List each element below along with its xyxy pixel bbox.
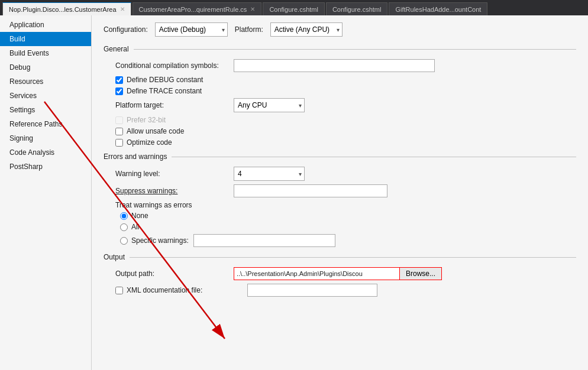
allow-unsafe-row: Allow unsafe code xyxy=(104,127,576,135)
prefer-32bit-row: Prefer 32-bit xyxy=(104,116,576,124)
platform-select[interactable]: Active (Any CPU) Any CPU x86 x64 xyxy=(270,22,343,37)
warning-level-row: Warning level: 0 1 2 3 4 xyxy=(104,167,576,181)
tab-configure-2[interactable]: Configure.cshtml xyxy=(326,2,388,15)
define-trace-checkbox[interactable] xyxy=(115,87,123,95)
treat-errors-label: Treat warnings as errors xyxy=(115,201,234,209)
output-path-row: Output path: Browse... xyxy=(104,267,576,280)
specific-warnings-label: Specific warnings: xyxy=(131,236,189,245)
sidebar-item-code-analysis[interactable]: Code Analysis xyxy=(0,145,91,160)
xml-doc-label: XML documentation file: xyxy=(127,286,245,294)
browse-button[interactable]: Browse... xyxy=(399,267,442,280)
specific-warnings-input[interactable] xyxy=(193,234,335,247)
tab-customer-area[interactable]: Nop.Plugin.Disco...les.CustomerArea ✕ xyxy=(2,2,131,15)
platform-target-row: Platform target: Any CPU x86 x64 Itanium xyxy=(104,98,576,112)
suppress-warnings-input[interactable] xyxy=(234,184,387,197)
warning-level-select-wrapper: 0 1 2 3 4 xyxy=(234,167,305,181)
general-section-line xyxy=(134,49,576,50)
output-section-label: Output xyxy=(104,253,125,261)
define-trace-row: Define TRACE constant xyxy=(104,87,576,95)
sidebar-item-build-events[interactable]: Build Events xyxy=(0,46,91,60)
output-section-line xyxy=(130,257,576,258)
sidebar-item-signing[interactable]: Signing xyxy=(0,131,91,145)
tab-label: GiftRulesHadAdde...ountCont xyxy=(395,6,481,13)
content-area: Configuration: Active (Debug) Debug Rele… xyxy=(92,15,588,370)
sidebar-item-resources[interactable]: Resources xyxy=(0,74,91,89)
prefer-32bit-label: Prefer 32-bit xyxy=(127,116,166,124)
xml-doc-checkbox[interactable] xyxy=(115,287,123,294)
warning-level-label: Warning level: xyxy=(115,170,234,178)
allow-unsafe-checkbox[interactable] xyxy=(115,128,123,135)
optimize-label: Optimize code xyxy=(127,138,172,147)
errors-section-line xyxy=(172,157,576,157)
configuration-select-wrapper: Active (Debug) Debug Release All Configu… xyxy=(155,22,228,37)
none-radio-row: None xyxy=(104,212,576,220)
tab-label: CustomerAreaPro...quirementRule.cs xyxy=(139,6,247,13)
tab-bar: Nop.Plugin.Disco...les.CustomerArea ✕ Cu… xyxy=(0,0,588,15)
sidebar-item-debug[interactable]: Debug xyxy=(0,60,91,74)
tab-gift-rules[interactable]: GiftRulesHadAdde...ountCont xyxy=(389,2,487,15)
tab-close-icon[interactable]: ✕ xyxy=(120,6,125,12)
general-section-header: General xyxy=(104,45,576,53)
sidebar-item-application[interactable]: Application xyxy=(0,18,91,32)
tab-label: Configure.cshtml xyxy=(332,6,382,13)
platform-label: Platform: xyxy=(235,25,263,34)
platform-target-label: Platform target: xyxy=(115,101,234,109)
cond-symbols-input[interactable] xyxy=(234,59,435,72)
suppress-warnings-row: Suppress warnings: xyxy=(104,184,576,197)
tab-close-icon[interactable]: ✕ xyxy=(250,6,255,12)
config-bar: Configuration: Active (Debug) Debug Rele… xyxy=(104,22,576,37)
output-path-label: Output path: xyxy=(115,270,234,278)
specific-radio[interactable] xyxy=(120,237,128,245)
tab-label: Configure.cshtml xyxy=(269,6,318,13)
all-label: All xyxy=(131,223,139,231)
xml-doc-input[interactable] xyxy=(247,284,377,297)
output-path-input[interactable] xyxy=(234,267,399,280)
treat-errors-row: Treat warnings as errors xyxy=(104,201,576,209)
sidebar-item-services[interactable]: Services xyxy=(0,89,91,103)
xml-doc-row: XML documentation file: xyxy=(104,284,576,297)
sidebar: Application Build Build Events Debug Res… xyxy=(0,15,92,370)
all-radio-row: All xyxy=(104,223,576,231)
platform-target-select[interactable]: Any CPU x86 x64 Itanium xyxy=(234,98,305,112)
suppress-warnings-label: Suppress warnings: xyxy=(115,187,234,195)
config-label: Configuration: xyxy=(104,25,148,34)
optimize-checkbox[interactable] xyxy=(115,139,123,147)
errors-section-header: Errors and warnings xyxy=(104,152,576,161)
none-label: None xyxy=(131,212,148,220)
allow-unsafe-label: Allow unsafe code xyxy=(127,127,184,135)
cond-symbols-row: Conditional compilation symbols: xyxy=(104,59,576,72)
sidebar-item-reference-paths[interactable]: Reference Paths xyxy=(0,117,91,131)
tab-requirement-rule[interactable]: CustomerAreaPro...quirementRule.cs ✕ xyxy=(133,2,262,15)
platform-target-select-wrapper: Any CPU x86 x64 Itanium xyxy=(234,98,305,112)
platform-select-wrapper: Active (Any CPU) Any CPU x86 x64 xyxy=(270,22,343,37)
define-debug-row: Define DEBUG constant xyxy=(104,76,576,84)
cond-symbols-label: Conditional compilation symbols: xyxy=(115,61,234,70)
specific-warnings-row: Specific warnings: xyxy=(104,234,576,247)
define-trace-label: Define TRACE constant xyxy=(127,87,202,95)
xml-doc-checkbox-row: XML documentation file: xyxy=(115,284,377,297)
none-radio[interactable] xyxy=(120,212,128,220)
sidebar-item-settings[interactable]: Settings xyxy=(0,103,91,117)
errors-section-label: Errors and warnings xyxy=(104,152,167,161)
main-layout: Application Build Build Events Debug Res… xyxy=(0,15,588,370)
prefer-32bit-checkbox[interactable] xyxy=(115,116,123,124)
configuration-select[interactable]: Active (Debug) Debug Release All Configu… xyxy=(155,22,228,37)
define-debug-label: Define DEBUG constant xyxy=(127,76,203,84)
optimize-row: Optimize code xyxy=(104,138,576,147)
define-debug-checkbox[interactable] xyxy=(115,76,123,84)
all-radio[interactable] xyxy=(120,223,128,231)
general-section-label: General xyxy=(104,45,129,53)
sidebar-item-postsharp[interactable]: PostSharp xyxy=(0,160,91,174)
output-section-header: Output xyxy=(104,253,576,261)
tab-configure-1[interactable]: Configure.cshtml xyxy=(263,2,325,15)
warning-level-select[interactable]: 0 1 2 3 4 xyxy=(234,167,305,181)
tab-label: Nop.Plugin.Disco...les.CustomerArea xyxy=(9,6,117,13)
sidebar-item-build[interactable]: Build xyxy=(0,32,91,46)
